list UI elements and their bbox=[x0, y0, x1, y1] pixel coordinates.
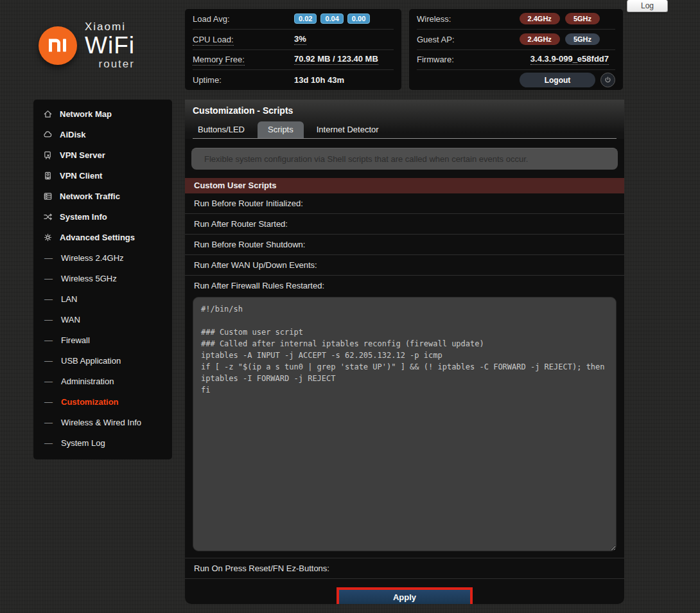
cloud-icon bbox=[42, 129, 53, 139]
firmware-label: Firmware: bbox=[417, 55, 518, 64]
memory-free-label: Memory Free: bbox=[193, 55, 294, 64]
memory-free-row: Memory Free: 70.92 MB / 123.40 MB bbox=[193, 50, 394, 71]
sidebar-item-vpn-server[interactable]: VPN Server bbox=[33, 145, 172, 165]
sidebar-subitem-label: System Log bbox=[61, 438, 105, 448]
sidebar-item-label: System Info bbox=[60, 212, 107, 222]
logout-wrap: Logout bbox=[520, 73, 615, 87]
load-avg-row: Load Avg: 0.02 0.04 0.00 bbox=[193, 9, 394, 30]
sidebar-subitem-label: Administration bbox=[61, 377, 114, 386]
status-panel: Load Avg: 0.02 0.04 0.00 CPU Load: 3% Me… bbox=[185, 9, 401, 90]
row-run-after-firewall-restarted: Run After Firewall Rules Restarted: bbox=[185, 276, 624, 296]
logout-button[interactable]: Logout bbox=[520, 73, 595, 87]
guest-ap-24ghz-pill[interactable]: 2.4GHz bbox=[520, 33, 560, 45]
firewall-script-textarea[interactable]: #!/bin/sh ### Custom user script ### Cal… bbox=[193, 297, 617, 551]
logout-row: Logout bbox=[417, 70, 615, 90]
dash-icon: — bbox=[44, 377, 53, 386]
dash-icon: — bbox=[44, 294, 53, 304]
log-button[interactable]: Log bbox=[627, 0, 668, 12]
row-run-after-router-started: Run After Router Started: bbox=[185, 214, 624, 235]
load-avg-label: Load Avg: bbox=[193, 14, 294, 24]
sidebar-subitem-label: WAN bbox=[61, 315, 80, 324]
wireless-label: Wireless: bbox=[417, 14, 518, 24]
tab-buttons-led[interactable]: Buttons/LED bbox=[193, 121, 250, 138]
vpn-server-icon bbox=[42, 150, 53, 160]
sidebar-item-customization[interactable]: — Customization bbox=[33, 391, 172, 412]
dash-icon: — bbox=[44, 253, 53, 263]
row-run-before-router-shutdown: Run Before Router Shutdown: bbox=[185, 235, 624, 255]
row-run-after-wan-events: Run After WAN Up/Down Events: bbox=[185, 255, 624, 276]
cpu-load-label: CPU Load: bbox=[193, 35, 294, 44]
home-icon bbox=[42, 109, 53, 119]
wireless-24ghz-pill[interactable]: 2.4GHz bbox=[520, 13, 560, 24]
mi-logo-icon bbox=[39, 26, 77, 65]
main-content: Customization - Scripts Buttons/LED Scri… bbox=[185, 100, 624, 604]
sidebar-subitem-label: Wireless & Wired Info bbox=[61, 418, 141, 427]
tab-bar: Buttons/LED Scripts Internet Detector bbox=[193, 121, 617, 139]
sidebar-item-aidisk[interactable]: AiDisk bbox=[33, 124, 172, 145]
firmware-row: Firmware: 3.4.3.9-099_e58fdd7 bbox=[417, 50, 615, 71]
dash-icon: — bbox=[44, 274, 53, 283]
apply-button[interactable]: Apply bbox=[337, 587, 473, 604]
sidebar-item-network-traffic[interactable]: Network Traffic bbox=[33, 186, 172, 206]
shuffle-icon bbox=[42, 211, 53, 222]
guest-ap-row: Guest AP: 2.4GHz 5GHz bbox=[417, 30, 615, 50]
sidebar-item-firewall[interactable]: — Firewall bbox=[33, 330, 172, 350]
tab-internet-detector[interactable]: Internet Detector bbox=[311, 121, 384, 138]
traffic-icon bbox=[42, 191, 53, 201]
cpu-load-value: 3% bbox=[294, 34, 306, 45]
uptime-label: Uptime: bbox=[193, 75, 294, 85]
row-run-before-router-initialized: Run Before Router Initialized: bbox=[185, 193, 624, 214]
load-badge-5m: 0.04 bbox=[320, 13, 343, 24]
sidebar-item-network-map[interactable]: Network Map bbox=[33, 103, 172, 124]
uptime-row: Uptime: 13d 10h 43m bbox=[193, 70, 394, 90]
script-textarea-wrap: #!/bin/sh ### Custom user script ### Cal… bbox=[185, 296, 624, 558]
guest-ap-label: Guest AP: bbox=[417, 35, 518, 44]
dash-icon: — bbox=[44, 397, 53, 407]
power-icon[interactable] bbox=[600, 73, 615, 87]
sidebar-item-wireless-5ghz[interactable]: — Wireless 5GHz bbox=[33, 268, 172, 289]
sidebar-item-wireless-24ghz[interactable]: — Wireless 2.4GHz bbox=[33, 247, 172, 268]
wireless-panel: Wireless: 2.4GHz 5GHz Guest AP: 2.4GHz 5… bbox=[409, 9, 623, 90]
sidebar-item-label: Network Traffic bbox=[60, 191, 120, 201]
sidebar-item-advanced-settings[interactable]: Advanced Settings bbox=[33, 227, 172, 247]
sidebar-item-label: Network Map bbox=[60, 109, 112, 119]
guest-ap-5ghz-pill[interactable]: 5GHz bbox=[565, 33, 600, 45]
apply-row: Apply bbox=[185, 579, 624, 604]
row-run-on-press-reset: Run On Press Reset/FN Ez-Buttons: bbox=[185, 558, 624, 579]
brand-logo: Xiaomi WiFi router bbox=[39, 21, 135, 69]
sidebar-item-label: VPN Client bbox=[60, 171, 102, 181]
tab-scripts[interactable]: Scripts bbox=[258, 121, 304, 138]
cpu-load-row: CPU Load: 3% bbox=[193, 30, 394, 50]
sidebar-item-wireless-wired-info[interactable]: — Wireless & Wired Info bbox=[33, 412, 172, 432]
sidebar-item-vpn-client[interactable]: VPN Client bbox=[33, 165, 172, 186]
logo-brand: Xiaomi bbox=[85, 21, 135, 32]
vpn-client-icon bbox=[42, 170, 53, 181]
dash-icon: — bbox=[44, 335, 53, 345]
wireless-5ghz-pill[interactable]: 5GHz bbox=[565, 13, 600, 24]
sidebar-subitem-label: Customization bbox=[61, 397, 119, 407]
sidebar-item-system-info[interactable]: System Info bbox=[33, 206, 172, 227]
sidebar-subitem-label: USB Application bbox=[61, 356, 121, 366]
logo-product: WiFi bbox=[85, 33, 135, 57]
dash-icon: — bbox=[44, 418, 53, 427]
sidebar-item-system-log[interactable]: — System Log bbox=[33, 432, 172, 453]
load-avg-badges: 0.02 0.04 0.00 bbox=[294, 13, 370, 24]
sidebar: Network Map AiDisk VPN Server VPN Client… bbox=[33, 100, 172, 459]
dash-icon: — bbox=[44, 356, 53, 366]
sidebar-item-usb-application[interactable]: — USB Application bbox=[33, 350, 172, 371]
sidebar-item-administration[interactable]: — Administration bbox=[33, 371, 172, 391]
load-badge-15m: 0.00 bbox=[347, 13, 370, 24]
sidebar-item-label: Advanced Settings bbox=[60, 233, 135, 242]
guest-ap-pills: 2.4GHz 5GHz bbox=[520, 33, 600, 45]
sidebar-subitem-label: LAN bbox=[61, 294, 77, 304]
sidebar-item-wan[interactable]: — WAN bbox=[33, 309, 172, 330]
memory-free-value: 70.92 MB / 123.40 MB bbox=[294, 54, 378, 65]
section-header: Custom User Scripts bbox=[185, 178, 624, 193]
gear-icon bbox=[42, 232, 53, 242]
sidebar-item-label: VPN Server bbox=[60, 150, 105, 160]
page-title: Customization - Scripts bbox=[193, 105, 617, 116]
sidebar-subitem-label: Wireless 5GHz bbox=[61, 274, 117, 283]
sidebar-subitem-label: Firewall bbox=[61, 335, 90, 345]
wireless-pills: 2.4GHz 5GHz bbox=[520, 13, 600, 24]
sidebar-item-lan[interactable]: — LAN bbox=[33, 289, 172, 309]
